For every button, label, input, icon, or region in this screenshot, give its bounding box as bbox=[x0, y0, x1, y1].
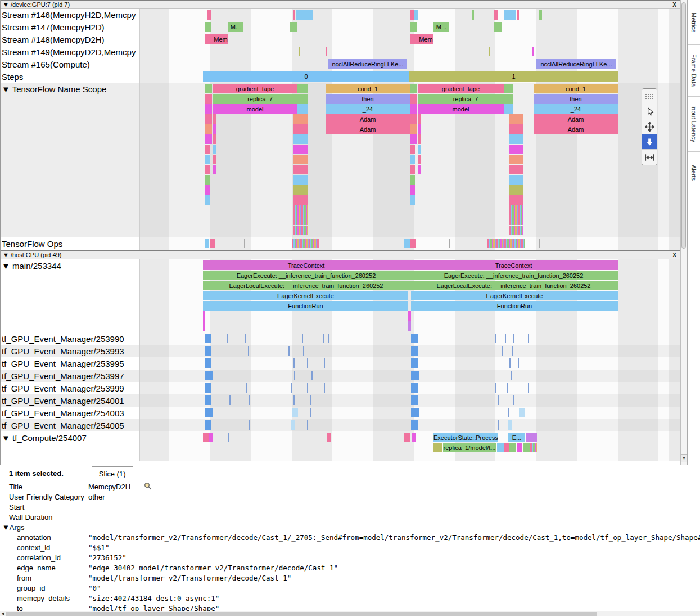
trace-event[interactable] bbox=[408, 321, 411, 331]
trace-event[interactable] bbox=[293, 358, 295, 368]
trace-event[interactable] bbox=[539, 10, 542, 20]
trace-event[interactable]: EagerLocalExecute: __inference_train_fun… bbox=[203, 281, 409, 290]
trace-event[interactable] bbox=[205, 114, 212, 124]
trace-event[interactable] bbox=[205, 104, 212, 114]
trace-event[interactable] bbox=[244, 239, 245, 248]
trace-event[interactable] bbox=[518, 358, 519, 368]
trace-event[interactable] bbox=[539, 239, 540, 248]
trace-event[interactable] bbox=[292, 239, 319, 248]
trace-event[interactable] bbox=[410, 114, 417, 124]
trace-event[interactable] bbox=[410, 165, 415, 174]
trace-event[interactable] bbox=[433, 443, 442, 452]
trace-event[interactable] bbox=[509, 358, 511, 368]
trace-event[interactable]: EagerKernelExecute bbox=[203, 291, 408, 300]
trace-event[interactable] bbox=[205, 134, 212, 144]
trace-event[interactable] bbox=[517, 10, 519, 20]
trace-event[interactable] bbox=[293, 124, 308, 134]
trace-event[interactable] bbox=[494, 22, 502, 32]
trace-event[interactable] bbox=[205, 34, 213, 44]
trace-event[interactable] bbox=[293, 134, 308, 144]
trace-event[interactable] bbox=[509, 114, 523, 124]
trace-event[interactable] bbox=[324, 358, 325, 368]
trace-event[interactable] bbox=[410, 10, 414, 20]
trace-event[interactable] bbox=[205, 94, 212, 104]
trace-event[interactable] bbox=[410, 239, 416, 248]
trace-event[interactable] bbox=[509, 215, 523, 225]
trace-event[interactable] bbox=[310, 395, 311, 405]
trace-event[interactable] bbox=[293, 195, 308, 205]
trace-event[interactable]: FunctionRun bbox=[411, 301, 618, 311]
trace-event[interactable] bbox=[513, 334, 514, 343]
trace-event[interactable]: TraceContext bbox=[203, 260, 409, 270]
trace-event[interactable] bbox=[326, 47, 327, 56]
trace-event[interactable] bbox=[205, 165, 210, 174]
trace-event[interactable]: model bbox=[418, 104, 504, 114]
selection-tool-button[interactable] bbox=[642, 104, 657, 119]
trace-event[interactable] bbox=[205, 185, 210, 195]
trace-event[interactable] bbox=[410, 134, 417, 144]
trace-event[interactable] bbox=[311, 371, 313, 380]
gpu-panel-header[interactable]: ▼ /device:GPU:7 (pid 7) X bbox=[1, 0, 680, 9]
trace-event[interactable] bbox=[418, 145, 421, 154]
trace-event[interactable] bbox=[511, 371, 512, 380]
trace-event[interactable] bbox=[323, 334, 324, 343]
trace-event[interactable] bbox=[293, 145, 308, 154]
trace-event[interactable] bbox=[410, 124, 417, 134]
trace-event[interactable] bbox=[505, 334, 506, 343]
trace-event[interactable] bbox=[292, 408, 298, 417]
side-tab-alerts[interactable]: Alerts bbox=[688, 152, 700, 194]
trace-event[interactable] bbox=[229, 395, 231, 405]
trace-event[interactable] bbox=[293, 395, 295, 405]
trace-event[interactable] bbox=[293, 155, 308, 164]
trace-event[interactable] bbox=[205, 334, 211, 343]
trace-event[interactable] bbox=[508, 408, 509, 417]
trace-event[interactable] bbox=[205, 195, 210, 205]
trace-event[interactable]: replica_7 bbox=[418, 94, 513, 104]
trace-event[interactable] bbox=[411, 371, 419, 380]
horizontal-scrollbar[interactable]: ◀ bbox=[0, 611, 700, 616]
trace-event[interactable] bbox=[411, 383, 418, 393]
scroll-left-button[interactable]: ◀ bbox=[0, 611, 6, 616]
trace-event[interactable] bbox=[410, 22, 417, 32]
trace-event[interactable] bbox=[410, 175, 415, 185]
side-tab-metrics[interactable]: Metrics bbox=[688, 0, 700, 45]
trace-event[interactable] bbox=[310, 408, 311, 417]
magnifier-icon[interactable] bbox=[144, 482, 152, 492]
trace-event[interactable]: _24 bbox=[326, 104, 410, 114]
trace-event[interactable] bbox=[328, 334, 329, 343]
trace-event[interactable] bbox=[205, 22, 211, 32]
vertical-scrollbar[interactable]: ▼ bbox=[680, 0, 687, 465]
trace-event[interactable] bbox=[288, 346, 290, 356]
trace-event[interactable] bbox=[504, 443, 509, 452]
trace-event[interactable] bbox=[205, 145, 210, 154]
trace-event[interactable]: 1 bbox=[409, 71, 618, 82]
trace-event[interactable]: TraceContext bbox=[409, 260, 618, 270]
trace-event[interactable] bbox=[293, 185, 308, 195]
zoom-tool-button[interactable] bbox=[642, 134, 657, 150]
trace-event[interactable] bbox=[418, 165, 421, 174]
trace-event[interactable] bbox=[509, 443, 516, 452]
trace-event[interactable] bbox=[530, 443, 537, 452]
trace-event[interactable]: Mem bbox=[213, 34, 228, 44]
pan-tool-button[interactable] bbox=[642, 119, 657, 134]
trace-event[interactable] bbox=[207, 10, 211, 20]
trace-event[interactable] bbox=[489, 47, 490, 56]
trace-event[interactable]: _24 bbox=[534, 104, 618, 114]
trace-event[interactable] bbox=[528, 334, 529, 343]
trace-event[interactable] bbox=[528, 383, 529, 393]
trace-event[interactable]: ncclAllReduceRingLLKe... bbox=[328, 59, 407, 69]
trace-event[interactable] bbox=[532, 47, 534, 56]
trace-event[interactable] bbox=[519, 408, 525, 417]
trace-event[interactable] bbox=[302, 334, 303, 343]
trace-event[interactable]: ExecutorState::Process bbox=[433, 433, 498, 442]
track-label[interactable]: ▼ main/253344 bbox=[1, 259, 140, 332]
trace-event[interactable] bbox=[411, 346, 418, 356]
trace-event[interactable] bbox=[297, 104, 308, 114]
trace-event[interactable] bbox=[303, 346, 304, 356]
trace-event[interactable]: EagerKernelExecute bbox=[411, 291, 618, 300]
trace-event[interactable] bbox=[509, 205, 523, 215]
side-tab-frame-data[interactable]: Frame Data bbox=[688, 45, 700, 97]
trace-event[interactable] bbox=[494, 10, 498, 20]
trace-event[interactable] bbox=[497, 443, 504, 452]
trace-event[interactable] bbox=[410, 145, 415, 154]
